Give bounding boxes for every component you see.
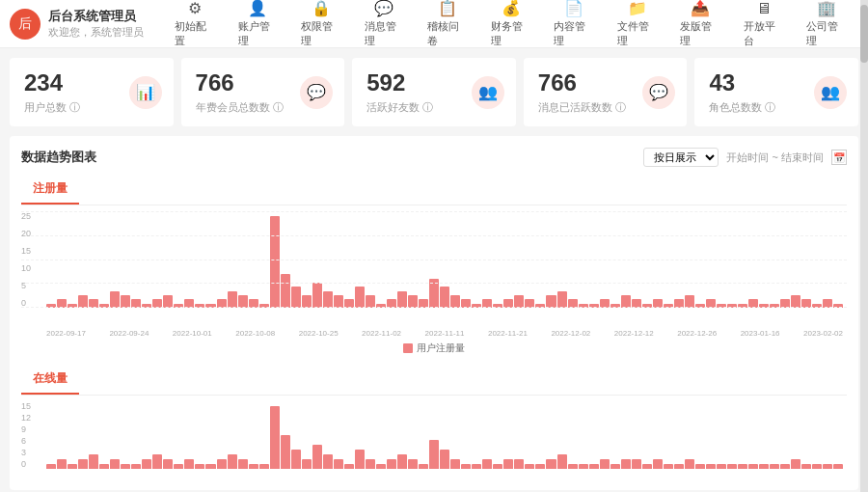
bar[interactable] xyxy=(228,291,237,308)
bar[interactable] xyxy=(312,283,322,308)
bar[interactable] xyxy=(408,459,418,469)
bar[interactable] xyxy=(674,299,684,308)
bar[interactable] xyxy=(642,304,652,308)
chart-date-range[interactable]: 开始时间 ~ 结束时间 xyxy=(726,150,824,165)
bar[interactable] xyxy=(759,304,769,308)
bar[interactable] xyxy=(535,304,545,308)
bar[interactable] xyxy=(259,304,269,308)
bar[interactable] xyxy=(323,454,333,469)
bar[interactable] xyxy=(195,464,204,469)
bar[interactable] xyxy=(174,464,183,469)
bar[interactable] xyxy=(270,216,280,308)
nav-item-openplatform[interactable]: 🖥开放平台 xyxy=(732,0,796,48)
nav-item-content[interactable]: 📄内容管理 xyxy=(542,0,606,48)
bar[interactable] xyxy=(600,459,610,469)
bar[interactable] xyxy=(461,464,471,469)
bar[interactable] xyxy=(366,459,375,469)
bar[interactable] xyxy=(717,464,726,469)
bar[interactable] xyxy=(89,454,98,469)
scrollbar-thumb[interactable] xyxy=(860,5,868,63)
bar[interactable] xyxy=(152,454,162,469)
bar[interactable] xyxy=(823,464,832,469)
bar[interactable] xyxy=(472,304,481,308)
nav-item-company[interactable]: 🏢公司管理 xyxy=(795,0,858,48)
bar[interactable] xyxy=(579,304,588,308)
bar[interactable] xyxy=(621,459,631,469)
tab-online[interactable]: 在线量 xyxy=(21,365,79,395)
bar[interactable] xyxy=(685,295,694,308)
bar[interactable] xyxy=(801,464,811,469)
bar[interactable] xyxy=(812,304,822,308)
bar[interactable] xyxy=(546,295,556,308)
bar[interactable] xyxy=(632,299,641,308)
bar[interactable] xyxy=(706,299,716,308)
bar[interactable] xyxy=(174,304,183,308)
bar[interactable] xyxy=(664,304,673,308)
tab-register[interactable]: 注册量 xyxy=(21,175,79,205)
bar[interactable] xyxy=(78,459,88,469)
bar[interactable] xyxy=(440,287,449,308)
bar[interactable] xyxy=(472,464,481,469)
bar[interactable] xyxy=(823,299,832,308)
bar[interactable] xyxy=(717,304,726,308)
bar[interactable] xyxy=(68,304,77,308)
bar[interactable] xyxy=(163,295,173,308)
bar[interactable] xyxy=(121,295,130,308)
bar[interactable] xyxy=(68,464,77,469)
bar[interactable] xyxy=(217,299,227,308)
bar[interactable] xyxy=(238,459,248,469)
bar[interactable] xyxy=(344,464,354,469)
bar[interactable] xyxy=(557,454,567,469)
bar[interactable] xyxy=(184,459,194,469)
bar[interactable] xyxy=(334,295,343,308)
bar[interactable] xyxy=(653,459,663,469)
bar[interactable] xyxy=(334,459,343,469)
bar[interactable] xyxy=(121,464,130,469)
bar[interactable] xyxy=(535,464,545,469)
bar[interactable] xyxy=(99,304,109,308)
nav-item-account[interactable]: 👤账户管理 xyxy=(227,0,290,48)
bar[interactable] xyxy=(376,464,386,469)
bar[interactable] xyxy=(621,295,631,308)
bar[interactable] xyxy=(344,299,354,308)
bar[interactable] xyxy=(642,464,652,469)
nav-item-message[interactable]: 💬消息管理 xyxy=(353,0,417,48)
bar[interactable] xyxy=(131,464,141,469)
bar[interactable] xyxy=(514,459,524,469)
bar[interactable] xyxy=(557,291,567,308)
bar[interactable] xyxy=(110,291,120,308)
bar[interactable] xyxy=(205,464,215,469)
bar[interactable] xyxy=(695,464,705,469)
bar[interactable] xyxy=(163,459,173,469)
bar[interactable] xyxy=(387,299,396,308)
nav-item-finance[interactable]: 💰财务管理 xyxy=(479,0,543,48)
bar[interactable] xyxy=(600,299,610,308)
bar[interactable] xyxy=(205,304,215,308)
bar[interactable] xyxy=(228,454,237,469)
bar[interactable] xyxy=(770,464,779,469)
nav-item-audit[interactable]: 📋稽核问卷 xyxy=(416,0,479,48)
bar[interactable] xyxy=(812,464,822,469)
bar[interactable] xyxy=(419,299,428,308)
bar[interactable] xyxy=(801,299,811,308)
bar[interactable] xyxy=(738,464,747,469)
bar[interactable] xyxy=(99,464,109,469)
bar[interactable] xyxy=(419,464,428,469)
bar[interactable] xyxy=(249,299,258,308)
bar[interactable] xyxy=(503,459,513,469)
bar[interactable] xyxy=(568,299,578,308)
bar[interactable] xyxy=(270,406,280,469)
bar[interactable] xyxy=(429,440,439,469)
bar[interactable] xyxy=(706,464,716,469)
bar[interactable] xyxy=(302,295,312,308)
bar[interactable] xyxy=(664,464,673,469)
bar[interactable] xyxy=(450,459,460,469)
bar[interactable] xyxy=(142,304,151,308)
bar[interactable] xyxy=(302,459,312,469)
bar[interactable] xyxy=(355,287,365,308)
bar[interactable] xyxy=(674,464,684,469)
bar[interactable] xyxy=(493,464,502,469)
bar[interactable] xyxy=(568,464,578,469)
bar[interactable] xyxy=(493,304,502,308)
bar[interactable] xyxy=(355,450,365,469)
